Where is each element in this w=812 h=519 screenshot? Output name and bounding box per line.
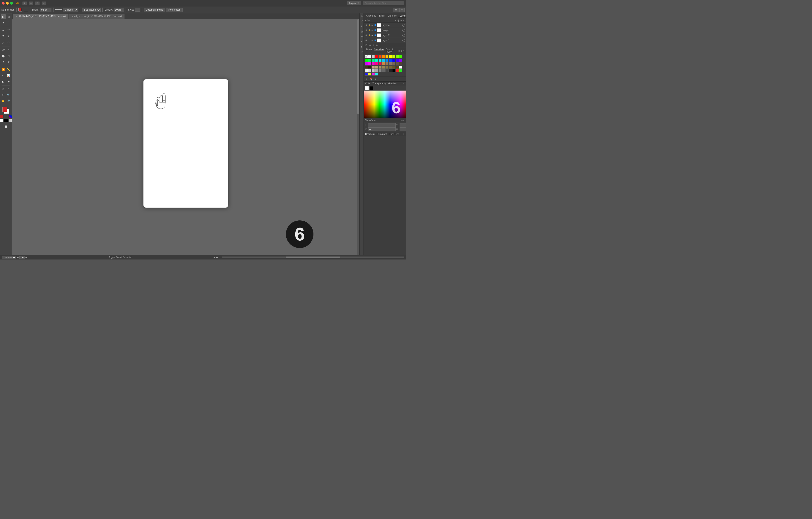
text-tool[interactable]: T: [1, 34, 6, 39]
icon-list-btn[interactable]: ≡: [29, 1, 33, 5]
swatch-item[interactable]: [378, 59, 382, 62]
layer-lock-emojis[interactable]: 🔒: [369, 29, 371, 31]
pen-tool[interactable]: ✒: [1, 28, 6, 33]
swatch-item[interactable]: [399, 59, 402, 62]
swatch-item[interactable]: [375, 62, 378, 65]
color-spectrum[interactable]: 6: [364, 90, 406, 118]
lasso-tool[interactable]: ⌒: [6, 20, 11, 25]
line-tool[interactable]: ／: [1, 40, 6, 45]
swatch-item[interactable]: [372, 65, 375, 69]
stroke-value-input[interactable]: [40, 8, 52, 12]
swatch-item[interactable]: [385, 62, 388, 65]
swatch-item[interactable]: [368, 55, 371, 58]
make-clipping-btn[interactable]: ⊡: [365, 44, 368, 47]
swatch-item[interactable]: [399, 69, 402, 72]
swatch-item[interactable]: [399, 62, 402, 65]
layer-expand-emojis[interactable]: ▷: [372, 29, 374, 31]
align-btn[interactable]: ≡: [360, 39, 364, 43]
chart-tool[interactable]: 📊: [6, 73, 11, 78]
graphic-styles-tab[interactable]: Graphic Styles: [385, 48, 399, 54]
swatch-libraries-btn[interactable]: 📚: [369, 77, 373, 81]
swatch-item[interactable]: [392, 59, 396, 62]
swatch-item[interactable]: [375, 65, 378, 69]
tab-ipad-cover[interactable]: iPad_cover.ai @ 175.13% (CMYK/GPU Previe…: [69, 13, 125, 19]
layer-eye-emojis[interactable]: 👁: [365, 29, 368, 32]
swatch-item[interactable]: [399, 55, 402, 58]
swatch-item[interactable]: [375, 59, 378, 62]
tab-links[interactable]: Links: [378, 14, 386, 18]
foreground-background-swatches[interactable]: [2, 107, 10, 114]
white-button[interactable]: [9, 119, 12, 122]
zoom-select[interactable]: 125.52%: [2, 256, 16, 259]
swatch-item[interactable]: [365, 65, 368, 69]
swatch-item[interactable]: [389, 62, 392, 65]
curvature-tool[interactable]: ⌒: [6, 28, 11, 33]
swatch-item[interactable]: [399, 65, 402, 69]
zoom-tool-2[interactable]: 🔎: [6, 99, 11, 104]
layer-target-layer4[interactable]: [402, 24, 405, 27]
toolbar-color-swatch[interactable]: [18, 8, 23, 12]
swatch-item[interactable]: [385, 55, 388, 58]
stroke-type-select[interactable]: Uniform: [63, 8, 78, 12]
magic-wand-tool[interactable]: ✦: [1, 20, 6, 25]
appearance-btn[interactable]: ⊙: [360, 50, 364, 53]
layer-row-emojis[interactable]: 👁 🔒 ▷ Emoji's: [364, 28, 406, 33]
swatch-item[interactable]: [365, 73, 368, 76]
swatch-item[interactable]: [372, 62, 375, 65]
new-layer-btn[interactable]: +: [395, 19, 396, 22]
black-button[interactable]: [4, 119, 8, 122]
layout-button[interactable]: Layout ▾: [347, 1, 361, 5]
character-tab[interactable]: Character: [365, 133, 375, 135]
canvas-scroll[interactable]: 6: [12, 19, 359, 255]
layer-lock-layer4[interactable]: 🔒: [369, 24, 371, 26]
minimize-button[interactable]: [6, 2, 9, 5]
swatch-item[interactable]: [382, 62, 385, 65]
swatch-item[interactable]: [378, 55, 382, 58]
swatch-item[interactable]: [375, 69, 378, 72]
swatch-grid-view-icon[interactable]: ⊞: [401, 50, 402, 52]
layer-lock-layer2[interactable]: 🔒: [369, 34, 371, 36]
swatch-item[interactable]: [396, 69, 399, 72]
preferences-button[interactable]: Preferences: [166, 8, 182, 12]
swatch-item[interactable]: [385, 69, 388, 72]
cap-style-select[interactable]: 5 pt. Round: [82, 8, 100, 12]
swatch-item[interactable]: [392, 62, 396, 65]
width-tool[interactable]: ⟨⟩: [1, 86, 6, 91]
swatch-item[interactable]: [365, 59, 368, 62]
scissors-tool[interactable]: ✂: [1, 92, 6, 98]
swatch-item[interactable]: [368, 65, 371, 69]
swatch-item[interactable]: [378, 62, 382, 65]
opacity-input[interactable]: [114, 8, 124, 12]
transform-w-input[interactable]: [368, 127, 396, 131]
delete-swatch-btn[interactable]: 🗑: [374, 77, 378, 81]
pathfinder-btn[interactable]: ◈: [360, 45, 364, 48]
swatch-item[interactable]: [365, 62, 368, 65]
swatch-item[interactable]: [378, 69, 382, 72]
add-swatch-btn[interactable]: +: [365, 77, 368, 81]
icon-grid-btn[interactable]: ⊞: [22, 1, 27, 5]
reset-view-btn[interactable]: ↺: [360, 19, 364, 23]
layer-eye-layer2[interactable]: 👁: [365, 34, 368, 37]
layer-row-layer2[interactable]: 👁 🔒 ▶ Layer 2: [364, 33, 406, 38]
color-tab[interactable]: Color: [365, 82, 371, 85]
h-scrollbar-thumb[interactable]: [286, 256, 340, 258]
new-layer-action-btn[interactable]: +: [372, 44, 375, 47]
panel-toggle-btn-2[interactable]: ▥: [360, 29, 364, 33]
shape-tool[interactable]: □: [6, 40, 11, 45]
swatch-item[interactable]: [392, 55, 396, 58]
swatch-item[interactable]: [389, 65, 392, 69]
blob-brush-tool[interactable]: ⬤: [1, 53, 6, 58]
panel-arrow-btn[interactable]: ▾: [399, 8, 405, 12]
layer-target-layer1[interactable]: [402, 39, 405, 42]
paragraph-tab[interactable]: Paragraph: [377, 133, 387, 135]
artboard[interactable]: [143, 79, 228, 208]
swatch-item[interactable]: [375, 73, 378, 76]
swatch-item[interactable]: [385, 65, 388, 69]
hand-tool[interactable]: ✋: [1, 99, 6, 104]
rotate-tool[interactable]: ↻: [6, 59, 11, 64]
panel-toggle-btn[interactable]: ⊞: [393, 8, 399, 12]
document-setup-button[interactable]: Document Setup: [144, 8, 165, 12]
color-panel-collapse-btn[interactable]: ✕: [403, 83, 405, 85]
swatch-item[interactable]: [368, 73, 371, 76]
swatch-item[interactable]: [378, 65, 382, 69]
